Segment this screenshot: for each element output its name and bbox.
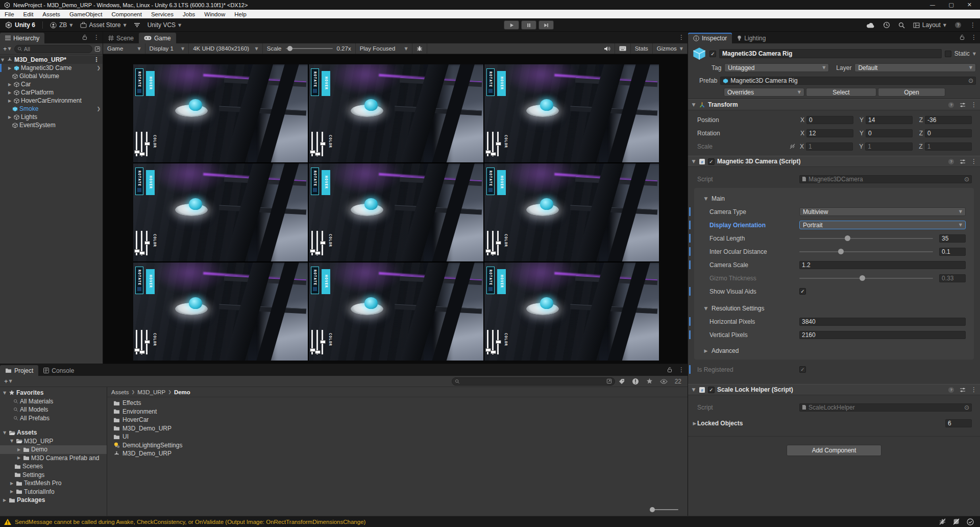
vcs-button[interactable]: Unity VCS ▼	[148, 21, 182, 29]
prefab-open-button[interactable]: Open	[878, 88, 945, 97]
kebab-menu-icon[interactable]: ⋮	[678, 34, 684, 41]
account-button[interactable]: ZB ▼	[50, 21, 73, 29]
step-button[interactable]	[538, 20, 554, 30]
rotate-button[interactable]: ROTATE	[486, 267, 495, 294]
position-z-field[interactable]: -36	[925, 116, 972, 124]
breadcrumb-assets[interactable]: Assets	[111, 389, 129, 395]
foldout-open-icon[interactable]: ▼	[9, 439, 14, 443]
breadcrumb-m3d-urp[interactable]: M3D_URP	[137, 389, 165, 395]
file-m3d-demo-urp-folder[interactable]: M3D_Demo_URP	[107, 424, 688, 433]
layout-dropdown[interactable]: Layout ▼	[913, 21, 946, 29]
help-icon[interactable]: ?	[954, 21, 962, 29]
menu-assets[interactable]: Assets	[38, 11, 65, 17]
rotate-button[interactable]: ROTATE	[486, 167, 495, 195]
position-y-field[interactable]: 14	[866, 116, 913, 124]
scale-x-field[interactable]: 1	[806, 142, 853, 151]
hierarchy-item-magnetic3d-camera[interactable]: ▶ Magnetic3D Came ❯	[0, 64, 103, 72]
hover-button[interactable]: HOVER	[497, 269, 506, 294]
foldout-open-icon[interactable]: ▼	[691, 102, 696, 107]
help-icon[interactable]: ?	[948, 102, 954, 108]
play-focused-dropdown[interactable]: Play Focused ▼	[355, 43, 412, 54]
color-slider[interactable]	[316, 132, 318, 156]
color-slider[interactable]	[136, 132, 137, 156]
object-picker-icon[interactable]: ⊙	[968, 77, 973, 84]
tree-textmesh-pro[interactable]: ▶ TextMesh Pro	[0, 479, 107, 488]
color-slider[interactable]	[146, 330, 148, 354]
hover-button[interactable]: HOVER	[322, 71, 330, 96]
overrides-dropdown[interactable]: Overrides ▼	[724, 88, 804, 97]
horizontal-pixels-field[interactable]: 3840	[799, 318, 966, 326]
resolution-settings-foldout[interactable]: ▼ Resolution Settings	[694, 303, 974, 313]
rotate-button[interactable]: ROTATE	[135, 167, 143, 195]
tab-hierarchy[interactable]: Hierarchy	[0, 33, 44, 43]
color-slider[interactable]	[316, 231, 318, 255]
rotation-x-field[interactable]: 12	[806, 129, 853, 137]
file-environment[interactable]: Environment	[107, 408, 688, 416]
gameobject-prefab-icon[interactable]	[692, 46, 706, 61]
presets-icon[interactable]	[960, 387, 966, 393]
focal-length-field[interactable]: 35	[939, 234, 966, 243]
color-slider[interactable]	[141, 330, 142, 354]
color-slider[interactable]	[497, 231, 499, 255]
rotate-button[interactable]: ROTATE	[311, 267, 319, 294]
add-gameobject-button[interactable]: +▼	[2, 45, 12, 53]
color-slider[interactable]	[136, 231, 137, 255]
hover-button[interactable]: HOVER	[497, 71, 506, 96]
foldout-closed-icon[interactable]: ▶	[9, 489, 14, 494]
focal-length-slider[interactable]	[799, 238, 933, 239]
color-slider[interactable]	[141, 231, 142, 255]
scale-y-field[interactable]: 1	[865, 142, 912, 151]
hover-button[interactable]: HOVER	[146, 269, 155, 294]
tab-console[interactable]: Console	[38, 365, 79, 376]
foldout-closed-icon[interactable]: ▶	[9, 481, 14, 486]
foldout-closed-icon[interactable]: ▶	[2, 498, 7, 502]
magnetic3d-camera-component-header[interactable]: ▼ # ✓ Magnetic 3D Camera (Script) ? ⋮	[688, 156, 980, 167]
inter-ocular-distance-slider[interactable]	[799, 251, 933, 252]
scale-lock-helper-component-header[interactable]: ▼ # ✓ Scale Lock Helper (Script) ? ⋮	[688, 384, 980, 395]
static-dropdown-icon[interactable]: ▼	[973, 52, 976, 56]
color-slider[interactable]	[136, 330, 137, 354]
close-button[interactable]: ✕	[967, 2, 972, 8]
object-picker-icon[interactable]: ⊙	[964, 404, 969, 411]
foldout-closed-icon[interactable]: ▶	[7, 82, 12, 87]
menu-gameobject[interactable]: GameObject	[65, 11, 107, 17]
rotate-button[interactable]: ROTATE	[135, 68, 143, 96]
unity-version-button[interactable]: Unity 6	[5, 21, 35, 29]
chevron-right-icon[interactable]: ❯	[96, 65, 101, 70]
advanced-foldout[interactable]: ▶ Advanced	[694, 346, 974, 355]
add-component-button[interactable]: Add Component	[787, 445, 881, 456]
breadcrumb-demo[interactable]: Demo	[174, 389, 190, 395]
menu-window[interactable]: Window	[200, 11, 230, 17]
color-slider[interactable]	[146, 231, 148, 255]
unlock-icon[interactable]	[960, 34, 965, 40]
rotation-y-field[interactable]: 0	[866, 129, 913, 137]
prefab-select-button[interactable]: Select	[806, 88, 876, 97]
hover-button[interactable]: HOVER	[322, 170, 330, 195]
menu-help[interactable]: Help	[230, 11, 251, 17]
camera-scale-field[interactable]: 1.2	[799, 261, 966, 269]
kebab-menu-icon[interactable]: ⋮	[93, 34, 100, 41]
kebab-menu-icon[interactable]: ⋮	[678, 366, 684, 373]
foldout-open-icon[interactable]: ▼	[691, 159, 696, 164]
color-slider[interactable]	[322, 330, 323, 354]
rotate-button[interactable]: ROTATE	[135, 267, 143, 294]
color-slider[interactable]	[492, 231, 494, 255]
picker-icon[interactable]	[94, 46, 101, 52]
tab-lighting[interactable]: Lighting	[732, 33, 771, 43]
search-icon[interactable]	[898, 22, 905, 29]
tab-game[interactable]: Game	[139, 33, 176, 43]
hidden-packages-icon[interactable]	[632, 378, 639, 385]
favorites-root[interactable]: ▼ Favorites	[0, 389, 107, 397]
layer-dropdown[interactable]: Default ▼	[854, 63, 976, 72]
kebab-menu-icon[interactable]: ⋮	[971, 101, 977, 108]
rotate-button[interactable]: ROTATE	[311, 167, 319, 195]
file-demolightingsettings[interactable]: DemoLightingSettings	[107, 441, 688, 450]
color-slider[interactable]	[487, 132, 488, 156]
kebab-menu-icon[interactable]: ⋮	[971, 386, 977, 393]
thumbnail-size-slider[interactable]	[650, 507, 678, 512]
menu-edit[interactable]: Edit	[19, 11, 38, 17]
color-slider[interactable]	[311, 132, 313, 156]
hierarchy-item-eventsystem[interactable]: EventSystem	[0, 121, 103, 129]
rotation-z-field[interactable]: 0	[925, 129, 972, 137]
kebab-menu-icon[interactable]: ⋮	[970, 21, 976, 29]
